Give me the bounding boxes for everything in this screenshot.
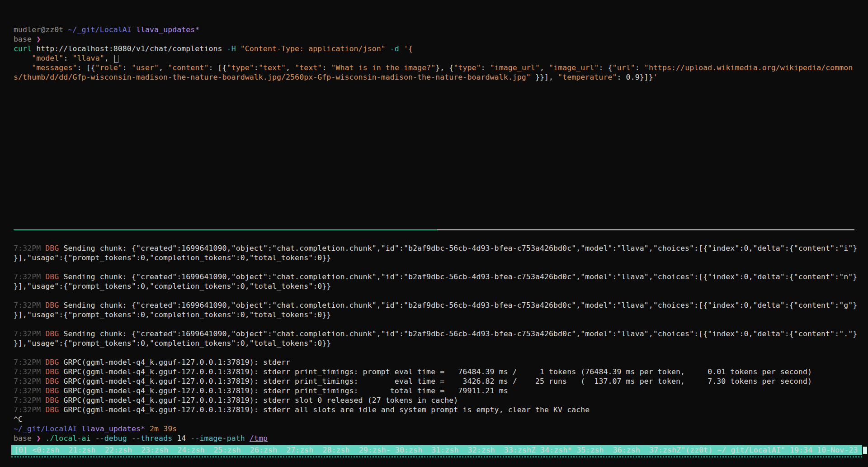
tmux-window[interactable]: 23:zsh bbox=[141, 446, 177, 454]
flag-value: 14 bbox=[177, 434, 190, 443]
text-segment: "image_url" bbox=[490, 63, 540, 72]
text-segment bbox=[14, 54, 32, 62]
text-segment: "model" bbox=[32, 54, 63, 62]
log-message: Sending chunk: {"created":1699641090,"ob… bbox=[63, 244, 857, 253]
text-segment: "text" bbox=[259, 63, 286, 72]
text-segment: "https://upload.wikimedia.org/wikipedia/… bbox=[644, 63, 853, 72]
log-level: DBG bbox=[45, 377, 63, 386]
log-timestamp: 7:32PM bbox=[14, 386, 45, 395]
tmux-window[interactable]: 24:zsh bbox=[177, 446, 213, 454]
tmux-window[interactable]: 26:zsh bbox=[250, 446, 286, 454]
flag: -H bbox=[227, 44, 241, 53]
tmux-status-bar: [0] <0:zsh 21:zsh 22:zsh 23:zsh 24:zsh 2… bbox=[11, 445, 862, 455]
terminal-line bbox=[14, 234, 857, 244]
debug-log-line: 7:32PM DBG Sending chunk: {"created":169… bbox=[14, 272, 857, 282]
terminal-line bbox=[14, 215, 857, 225]
text-segment: , bbox=[540, 63, 549, 72]
truncation-indicator: < bbox=[32, 446, 37, 454]
text-segment: : bbox=[617, 73, 626, 81]
request-url: http://localhost:8080/v1/chat/completion… bbox=[36, 44, 226, 53]
terminal-line bbox=[14, 196, 857, 206]
log-timestamp: 7:32PM bbox=[14, 405, 45, 414]
tmux-status-right-title: "(zz0t) ~/_git/LocalAI" bbox=[681, 446, 790, 454]
text-segment: "What is in the image?" bbox=[331, 63, 435, 72]
text-segment: "user" bbox=[132, 63, 159, 72]
terminal-window[interactable]: mudler@zz0t ~/_git/LocalAI llava_updates… bbox=[0, 0, 868, 467]
terminal-line bbox=[14, 177, 857, 187]
tmux-window[interactable]: 31:zsh bbox=[431, 446, 467, 454]
text-segment bbox=[77, 424, 81, 433]
log-message: Sending chunk: {"created":1699641090,"ob… bbox=[63, 329, 857, 338]
log-level: DBG bbox=[45, 272, 63, 281]
log-message: GRPC(ggml-model-q4_k.gguf-127.0.0.1:3781… bbox=[63, 367, 812, 376]
tmux-session-indicator: [0] bbox=[14, 446, 32, 454]
tmux-window-zoomed[interactable]: 37:zshZ bbox=[649, 446, 681, 454]
log-message: GRPC(ggml-model-q4_k.gguf-127.0.0.1:3781… bbox=[63, 386, 508, 395]
tmux-window-last[interactable]: 29:zsh- bbox=[359, 446, 395, 454]
conda-env: base bbox=[14, 434, 36, 443]
flag: --image-path bbox=[190, 434, 249, 443]
text-segment: 0.9}]} bbox=[626, 73, 653, 81]
command-name: ./local-ai bbox=[45, 434, 95, 443]
prompt-symbol: ❯ bbox=[36, 35, 41, 43]
text-segment: }}], bbox=[531, 73, 558, 81]
tmux-window-zoomed[interactable]: 33:zshZ bbox=[504, 446, 540, 454]
log-message: }],"usage":{"prompt_tokens":0,"completio… bbox=[14, 310, 331, 319]
shell-prompt-line: mudler@zz0t ~/_git/LocalAI llava_updates… bbox=[14, 25, 857, 35]
header-value: "Content-Type: application/json" bbox=[241, 44, 390, 53]
log-level: DBG bbox=[45, 244, 63, 253]
tmux-window[interactable]: 21:zsh bbox=[68, 446, 104, 454]
json-body-line: s/thumb/d/dd/Gfp-wisconsin-madison-the-n… bbox=[14, 73, 857, 82]
path-argument: /tmp bbox=[250, 434, 268, 443]
flag: --debug bbox=[95, 434, 132, 443]
tmux-window[interactable]: 28:zsh bbox=[322, 446, 359, 454]
tmux-window[interactable]: 22:zsh bbox=[105, 446, 141, 454]
log-timestamp: 7:32PM bbox=[14, 367, 45, 376]
terminal-line bbox=[14, 348, 857, 358]
log-message: }],"usage":{"prompt_tokens":0,"completio… bbox=[14, 339, 331, 348]
text-segment: , bbox=[159, 63, 168, 72]
log-timestamp: 7:32PM bbox=[14, 329, 45, 338]
tmux-window-current[interactable]: 34:zsh* bbox=[540, 446, 576, 454]
tmux-window[interactable]: 0:zsh bbox=[37, 446, 68, 454]
text-segment: '{ bbox=[404, 44, 413, 53]
log-level: DBG bbox=[45, 396, 63, 405]
prompt-symbol: ❯ bbox=[36, 434, 45, 443]
text-segment: ' bbox=[653, 73, 658, 81]
terminal-line bbox=[14, 101, 857, 111]
log-level: DBG bbox=[45, 367, 63, 376]
command-duration: 2m 39s bbox=[150, 424, 177, 433]
separator-active-segment bbox=[14, 229, 437, 230]
tmux-window[interactable]: 36:zsh bbox=[613, 446, 649, 454]
tmux-window[interactable]: 30:zsh bbox=[395, 446, 431, 454]
log-message: Sending chunk: {"created":1699641090,"ob… bbox=[63, 301, 857, 310]
text-segment: "role" bbox=[95, 63, 123, 72]
tmux-window[interactable]: 32:zsh bbox=[468, 446, 504, 454]
interrupt-line: ^C bbox=[14, 415, 857, 424]
grpc-log-line: 7:32PM DBG GRPC(ggml-model-q4_k.gguf-127… bbox=[14, 377, 857, 386]
interrupt-signal: ^C bbox=[14, 415, 23, 424]
terminal-output: mudler@zz0t ~/_git/LocalAI llava_updates… bbox=[0, 0, 857, 443]
curl-command-line: curl http://localhost:8080/v1/chat/compl… bbox=[14, 44, 857, 54]
debug-log-line: 7:32PM DBG Sending chunk: {"created":169… bbox=[14, 244, 857, 253]
tmux-window[interactable]: 27:zsh bbox=[286, 446, 322, 454]
log-timestamp: 7:32PM bbox=[14, 272, 45, 281]
tmux-window[interactable]: 35:zsh bbox=[576, 446, 613, 454]
text-segment: : bbox=[322, 63, 331, 72]
grpc-log-line: 7:32PM DBG GRPC(ggml-model-q4_k.gguf-127… bbox=[14, 386, 857, 396]
log-message: }],"usage":{"prompt_tokens":0,"completio… bbox=[14, 253, 331, 262]
terminal-line bbox=[14, 187, 857, 196]
terminal-line bbox=[14, 82, 857, 92]
command-line: base ❯ ./local-ai --debug --threads 14 -… bbox=[14, 434, 857, 443]
terminal-line bbox=[14, 206, 857, 215]
log-message: GRPC(ggml-model-q4_k.gguf-127.0.0.1:3781… bbox=[63, 396, 458, 405]
log-level: DBG bbox=[45, 358, 63, 367]
terminal-line bbox=[14, 120, 857, 130]
log-level: DBG bbox=[45, 329, 63, 338]
text-segment: : bbox=[635, 63, 644, 72]
tmux-window[interactable]: 25:zsh bbox=[214, 446, 250, 454]
text-segment: "content" bbox=[168, 63, 208, 72]
text-segment bbox=[132, 25, 136, 34]
debug-log-line: }],"usage":{"prompt_tokens":0,"completio… bbox=[14, 339, 857, 348]
git-branch: llava_updates* bbox=[82, 424, 145, 433]
